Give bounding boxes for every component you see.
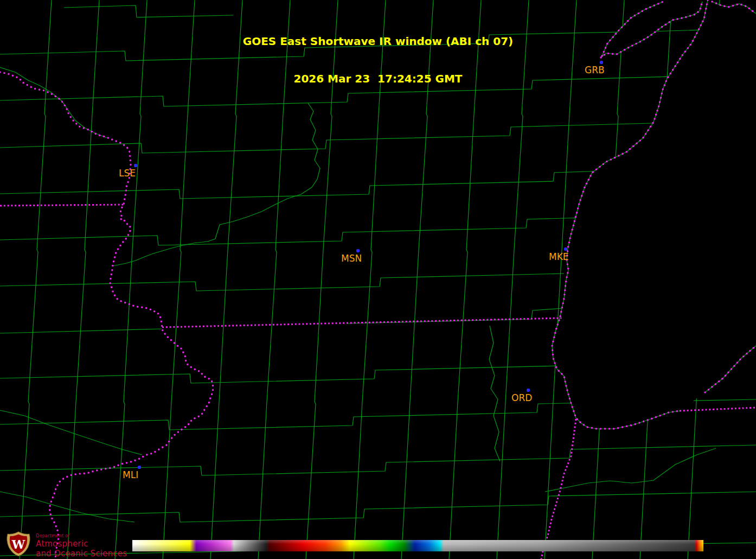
state-border-wi-il (162, 318, 561, 327)
product-title-line2: 2026 Mar 23 17:24:25 GMT (0, 73, 756, 85)
product-title-line1: GOES East Shortwave IR window (ABI ch 07… (0, 35, 756, 48)
colorbar (132, 540, 703, 551)
state-border-indiana (680, 408, 756, 411)
product-title: GOES East Shortwave IR window (ABI ch 07… (0, 10, 756, 110)
station-label: MSN (341, 253, 362, 264)
station-label: MLI (123, 469, 138, 480)
state-border-mn-ia (0, 205, 123, 206)
station-dot-icon (527, 389, 530, 392)
station-label: ORD (511, 392, 532, 403)
uw-crest-icon: W (4, 531, 33, 558)
uw-logo-line2: and Oceanic Sciences (36, 550, 127, 558)
station-dot-icon (564, 247, 567, 251)
station-label: LSE (119, 168, 136, 179)
satellite-map-stage: GOES East Shortwave IR window (ABI ch 07… (0, 0, 756, 559)
uw-logo-line1: Atmospheric (36, 540, 127, 548)
station-dot-icon (138, 466, 141, 469)
uw-logo: W Department of Atmospheric and Oceanic … (4, 531, 127, 558)
uw-crest-monogram: W (11, 538, 25, 551)
station-dot-icon (356, 249, 360, 252)
uw-logo-department: Department of (36, 534, 127, 538)
station-dot-icon (134, 164, 137, 167)
station-label: MKE (549, 251, 569, 262)
uw-logo-text: Department of Atmospheric and Oceanic Sc… (36, 531, 127, 558)
mississippi-river-border (0, 72, 213, 559)
